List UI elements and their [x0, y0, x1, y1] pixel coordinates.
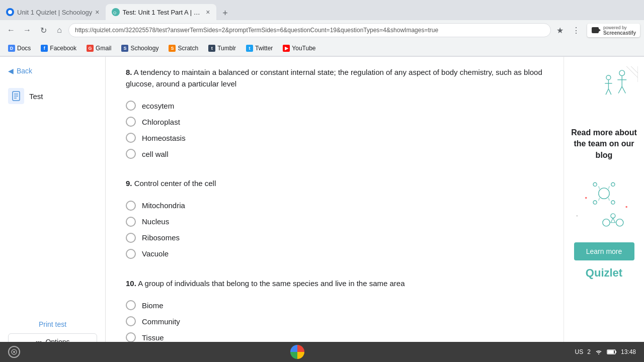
bookmark-twitter[interactable]: t Twitter	[242, 44, 277, 53]
quizlet-logo: Quizlet	[586, 266, 622, 280]
svg-line-31	[599, 198, 600, 201]
radio-q10-2[interactable]	[126, 332, 136, 342]
address-text: https://quizlet.com/322025578/test?answe…	[75, 27, 544, 34]
svg-line-30	[608, 187, 609, 189]
bookmark-scratch[interactable]: S Scratch	[165, 44, 202, 53]
new-tab-button[interactable]: +	[218, 6, 232, 20]
svg-point-36	[585, 197, 587, 199]
question-9-option-0[interactable]: Mitochondria	[126, 198, 543, 214]
tab2-favicon: Q	[112, 8, 120, 16]
docs-favicon: D	[8, 45, 15, 52]
reload-button[interactable]: ↻	[36, 23, 50, 37]
svg-point-40	[13, 351, 15, 353]
question-8-body: A tendency to maintain a balanced or con…	[126, 68, 542, 88]
nav-bar: ← → ↻ ⌂ https://quizlet.com/322025578/te…	[0, 20, 644, 40]
radio-q9-0[interactable]	[126, 201, 136, 211]
svg-text:Q: Q	[113, 11, 116, 15]
menu-button[interactable]: ⋮	[569, 23, 583, 37]
svg-line-21	[626, 66, 637, 77]
svg-point-38	[577, 215, 578, 217]
svg-point-27	[593, 201, 597, 204]
browser-chrome: Unit 1 Quizlet | Schoology × Q Test: Uni…	[0, 0, 644, 57]
os-indicator[interactable]	[8, 346, 20, 358]
ad-top-svg	[568, 61, 640, 121]
taskbar-time: 13:48	[621, 348, 636, 355]
bookmark-tumblr[interactable]: t Tumblr	[204, 44, 240, 53]
radio-q10-0[interactable]	[126, 300, 136, 310]
bookmark-star-button[interactable]: ★	[553, 23, 567, 37]
question-8-option-2[interactable]: Homeostasis	[126, 130, 543, 146]
back-button[interactable]: ◀ Back	[0, 63, 105, 79]
bookmarks-bar: D Docs f Facebook G Gmail S Schoology S	[0, 40, 644, 56]
svg-point-35	[616, 219, 623, 226]
radio-q8-2[interactable]	[126, 133, 136, 143]
question-8-block: 8. A tendency to maintain a balanced or …	[126, 67, 543, 162]
radio-q9-1[interactable]	[126, 217, 136, 227]
question-10-option-0[interactable]: Biome	[126, 297, 543, 313]
ad-bottom-svg	[568, 167, 640, 242]
svg-line-29	[599, 187, 600, 189]
bookmark-schoology[interactable]: S Schoology	[117, 44, 163, 53]
question-10-option-1[interactable]: Community	[126, 313, 543, 329]
radio-q8-3[interactable]	[126, 149, 136, 159]
back-nav-button[interactable]: ←	[4, 23, 18, 37]
ad-top-decoration	[568, 61, 640, 121]
tumblr-favicon: t	[208, 45, 215, 52]
svg-point-0	[8, 10, 12, 14]
tab2-close[interactable]: ×	[206, 8, 210, 16]
bookmark-docs[interactable]: D Docs	[4, 44, 35, 53]
question-9-option-1[interactable]: Nucleus	[126, 214, 543, 230]
radio-q8-0[interactable]	[126, 101, 136, 111]
svg-rect-42	[615, 351, 616, 353]
question-9-number: 9.	[126, 179, 132, 188]
svg-point-34	[603, 219, 610, 226]
tab-unit1-quizlet[interactable]: Unit 1 Quizlet | Schoology ×	[0, 4, 106, 20]
forward-nav-button[interactable]: →	[20, 23, 34, 37]
question-8-option-1[interactable]: Chloroplast	[126, 114, 543, 130]
option-text-q9-1: Nucleus	[142, 217, 169, 226]
learn-more-button[interactable]: Learn more	[574, 242, 634, 260]
svg-rect-43	[608, 350, 614, 353]
svg-point-26	[611, 183, 615, 186]
svg-point-24	[599, 188, 609, 199]
bookmark-facebook[interactable]: f Facebook	[37, 44, 80, 53]
print-test-button[interactable]: Print test	[8, 320, 97, 328]
address-bar[interactable]: https://quizlet.com/322025578/test?answe…	[68, 23, 551, 37]
home-button[interactable]: ⌂	[52, 23, 66, 37]
bookmark-gmail[interactable]: G Gmail	[83, 44, 115, 53]
question-9-option-2[interactable]: Ribosomes	[126, 230, 543, 246]
radio-q10-1[interactable]	[126, 316, 136, 326]
sidebar: ◀ Back Test Print test	[0, 57, 106, 362]
option-text-q9-0: Mitochondria	[142, 201, 185, 210]
wifi-icon	[595, 348, 603, 356]
option-text-q10-0: Biome	[142, 301, 164, 310]
os-icon	[11, 348, 18, 355]
tab1-close[interactable]: ×	[95, 8, 99, 16]
screencastify-badge: powered by Screencastify	[587, 24, 640, 37]
question-8-option-0[interactable]: ecosytem	[126, 98, 543, 114]
radio-q9-2[interactable]	[126, 233, 136, 243]
question-8-option-3[interactable]: cell wall	[126, 146, 543, 162]
tab1-title: Unit 1 Quizlet | Schoology	[17, 9, 92, 16]
question-9-option-3[interactable]: Vacuole	[126, 246, 543, 262]
option-text-q8-3: cell wall	[142, 150, 169, 158]
radio-q8-1[interactable]	[126, 117, 136, 127]
svg-point-16	[606, 75, 611, 80]
chrome-taskbar-icon[interactable]	[290, 345, 304, 359]
taskbar-right: US 2 13:48	[575, 348, 636, 356]
tab-bar: Unit 1 Quizlet | Schoology × Q Test: Uni…	[0, 0, 644, 20]
option-text-q8-0: ecosytem	[142, 102, 174, 110]
back-label: Back	[17, 67, 32, 75]
ad-bottom-decoration	[568, 167, 640, 242]
tab-test-quizlet[interactable]: Q Test: Unit 1 Test Part A | Quizlet ×	[106, 4, 216, 20]
radio-q9-3[interactable]	[126, 249, 136, 259]
battery-icon	[607, 349, 617, 355]
content-area[interactable]: 8. A tendency to maintain a balanced or …	[106, 57, 564, 362]
test-icon	[8, 88, 24, 104]
bookmark-youtube[interactable]: ▶ YouTube	[279, 44, 319, 53]
scratch-favicon: S	[169, 45, 176, 52]
option-text-q8-2: Homeostasis	[142, 134, 186, 142]
schoology-favicon: S	[121, 45, 128, 52]
svg-line-14	[618, 86, 622, 93]
svg-line-15	[622, 86, 625, 93]
